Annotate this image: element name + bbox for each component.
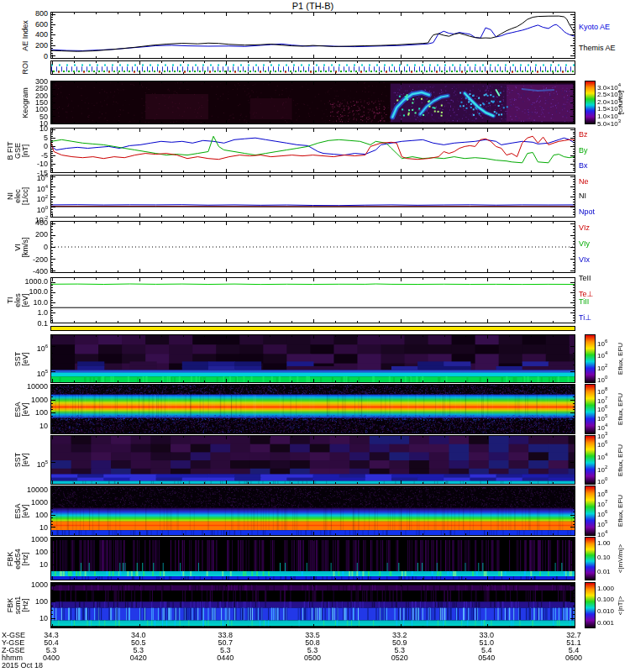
x-tick <box>357 13 358 14</box>
x-tick <box>161 385 162 386</box>
x-tick <box>161 626 162 627</box>
x-tick <box>204 321 205 323</box>
x-tick <box>444 335 445 337</box>
y-minor-tick <box>51 212 53 213</box>
y-minor-tick <box>573 17 575 18</box>
x-tick <box>423 381 423 382</box>
x-tick <box>139 538 140 541</box>
y-tick <box>51 207 55 207</box>
y-minor-tick <box>51 558 53 559</box>
x-tick <box>531 321 532 323</box>
x-tick <box>118 122 118 123</box>
fbk-e-spectrogram <box>51 538 575 580</box>
x-tick <box>487 55 488 58</box>
x-tick <box>118 538 118 539</box>
x-tick <box>74 321 75 323</box>
ti-series <box>51 278 575 323</box>
x-tick <box>74 486 75 488</box>
x-tick <box>465 61 466 63</box>
y-minor-tick <box>573 184 575 185</box>
y-minor-tick <box>573 268 575 269</box>
colorbar-tick-label: 102 <box>597 464 607 474</box>
y-minor-tick <box>51 157 53 158</box>
y-minor-tick <box>51 97 53 98</box>
x-tick <box>531 486 532 488</box>
x-tick <box>553 432 554 433</box>
x-tick <box>204 385 205 386</box>
x-tick <box>509 381 510 382</box>
x-tick <box>509 270 510 272</box>
y-tick <box>570 34 575 35</box>
x-tick <box>575 61 575 65</box>
y-minor-tick <box>573 558 575 559</box>
x-tick <box>357 538 358 539</box>
y-tick <box>570 462 575 463</box>
x-tick <box>118 61 118 63</box>
x-tick <box>379 335 380 337</box>
x-tick <box>401 576 402 580</box>
x-tick <box>270 381 270 382</box>
x-tick <box>139 532 140 535</box>
legend-viz: VIz <box>579 224 590 232</box>
colorbar-tick-label: 0.001 <box>597 620 614 627</box>
x-tick <box>118 583 118 585</box>
series-kyoto-ae <box>51 24 575 50</box>
y-minor-tick <box>51 353 53 354</box>
vi-panel <box>50 221 575 273</box>
x-tick <box>575 576 575 580</box>
y-minor-tick <box>573 226 575 227</box>
x-tick <box>401 278 402 281</box>
x-tick <box>379 432 380 433</box>
y-minor-tick <box>573 32 575 33</box>
x-tick <box>291 626 292 627</box>
y-minor-tick <box>51 113 53 113</box>
x-tick <box>313 169 314 172</box>
x-tick <box>423 56 423 58</box>
y-minor-tick <box>51 199 53 200</box>
x-tick <box>444 222 445 223</box>
x-tick <box>204 278 205 280</box>
x-tick <box>465 482 466 484</box>
x-tick <box>161 72 162 74</box>
y-minor-tick <box>51 101 53 102</box>
y-minor-tick <box>51 144 53 145</box>
x-tick <box>118 129 118 130</box>
x-tick <box>423 486 423 488</box>
y-minor-tick <box>573 144 575 145</box>
y-minor-tick <box>51 111 53 112</box>
legend-viy: VIy <box>579 240 590 248</box>
plot-root: P1 (TH-B) 8006004002000AE IndexKyoto AET… <box>0 0 630 672</box>
x-tick <box>401 71 402 74</box>
y-tick <box>51 217 55 218</box>
y-tick <box>570 14 575 15</box>
y-minor-tick <box>573 285 575 286</box>
y-minor-tick <box>573 29 575 30</box>
x-tick <box>575 176 575 179</box>
x-tick <box>487 269 488 272</box>
x-tick <box>291 278 292 280</box>
y-minor-tick <box>51 407 53 407</box>
y-tick <box>51 235 55 236</box>
y-minor-tick <box>51 108 53 108</box>
y-tick <box>51 585 55 586</box>
y-tick <box>51 527 55 528</box>
x-tick <box>357 432 358 433</box>
x-tick <box>444 432 445 433</box>
y-minor-tick <box>573 189 575 190</box>
x-tick <box>357 321 358 323</box>
x-tick <box>226 81 227 85</box>
y-tick <box>570 585 575 586</box>
x-tick <box>161 486 162 488</box>
legend-bx: Bx <box>579 162 588 170</box>
x-tick <box>248 321 249 323</box>
x-tick <box>52 430 53 433</box>
x-tick <box>423 538 423 539</box>
y-tick <box>570 197 575 197</box>
x-tick <box>248 432 249 433</box>
x-tick <box>96 486 97 488</box>
y-minor-tick <box>573 87 575 88</box>
x-tick <box>52 71 53 74</box>
x-tick <box>248 122 249 123</box>
x-tick <box>444 270 445 272</box>
x-tick <box>487 583 488 586</box>
